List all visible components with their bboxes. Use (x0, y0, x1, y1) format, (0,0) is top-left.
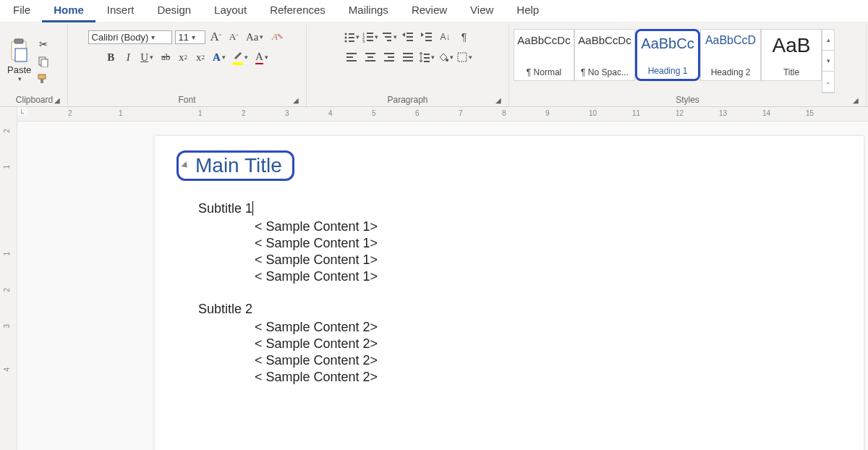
shrink-font-button[interactable]: Aˇ (226, 29, 241, 45)
ruler-number: 4 (328, 109, 333, 117)
text-effects-button[interactable]: A▾ (210, 49, 228, 65)
style--normal[interactable]: AaBbCcDc¶ Normal (514, 29, 574, 81)
dialog-launcher-icon[interactable]: ◢ (53, 96, 61, 105)
align-right-button[interactable] (381, 49, 397, 65)
group-styles: AaBbCcDc¶ NormalAaBbCcDc¶ No Spac...AaBb… (509, 25, 867, 106)
svg-rect-31 (346, 60, 357, 61)
style-preview: AaBbCcDc (578, 34, 631, 46)
sort-button[interactable]: A↓ (438, 29, 454, 45)
grow-font-button[interactable]: Aˆ (208, 29, 224, 45)
font-size-combo[interactable]: 11▾ (175, 30, 205, 44)
multilevel-list-button[interactable]: ▾ (381, 29, 397, 45)
document-title-heading[interactable]: Main Title (179, 153, 292, 179)
align-center-button[interactable] (362, 49, 378, 65)
tab-mailings[interactable]: Mailings (337, 0, 400, 22)
align-left-button[interactable] (344, 49, 359, 65)
cut-button[interactable]: ✂ (35, 37, 51, 51)
bullet-list-button[interactable]: ▾ (344, 29, 359, 45)
svg-rect-38 (403, 53, 413, 54)
clear-formatting-button[interactable]: A (268, 29, 286, 45)
tab-references[interactable]: References (258, 0, 337, 22)
svg-point-10 (344, 37, 346, 39)
italic-button[interactable]: I (121, 49, 135, 65)
svg-rect-1 (14, 39, 23, 43)
style-name-label: ¶ Normal (527, 67, 561, 77)
ruler-number: 5 (372, 109, 376, 117)
dialog-launcher-icon[interactable]: ◢ (494, 96, 503, 105)
svg-rect-4 (41, 59, 48, 67)
font-color-button[interactable]: A▾ (253, 49, 271, 65)
ruler-number: 1 (119, 109, 123, 117)
increase-indent-button[interactable] (419, 29, 435, 45)
underline-button[interactable]: U▾ (138, 49, 156, 65)
style-heading-1[interactable]: AaBbCcHeading 1 (635, 29, 700, 81)
font-family-combo[interactable]: Calibri (Body)▾ (88, 30, 172, 44)
dialog-launcher-icon[interactable]: ◢ (851, 96, 860, 105)
tab-view[interactable]: View (459, 0, 505, 22)
style-preview: AaB (773, 34, 811, 57)
group-clipboard-label: Clipboard (16, 95, 53, 105)
tab-insert[interactable]: Insert (95, 0, 146, 22)
paste-button[interactable]: Paste ▾ (6, 34, 33, 85)
svg-rect-43 (424, 61, 430, 62)
format-painter-button[interactable] (35, 72, 51, 86)
numbered-list-button[interactable]: 123▾ (362, 29, 378, 45)
styles-gallery-scroll[interactable]: ▴▾⌄ (822, 29, 835, 93)
content-line[interactable]: < Sample Content 2> (198, 320, 835, 335)
subtitle-1[interactable]: Subtitle 1 (198, 201, 835, 216)
dialog-launcher-icon[interactable]: ◢ (292, 96, 300, 105)
tab-design[interactable]: Design (145, 0, 203, 22)
chevron-up-icon[interactable]: ▴ (822, 30, 834, 51)
paint-bucket-icon (438, 51, 448, 63)
chevron-down-icon[interactable]: ▾ (822, 51, 834, 72)
strikethrough-button[interactable]: ab (158, 49, 173, 65)
ruler-number: 8 (502, 109, 506, 117)
group-font-label: Font (178, 95, 195, 105)
show-marks-button[interactable]: ¶ (456, 29, 472, 45)
chevron-down-icon: ▾ (192, 33, 195, 41)
ruler-number: 9 (545, 109, 550, 117)
line-spacing-button[interactable]: ▾ (419, 49, 435, 65)
content-line[interactable]: < Sample Content 1> (198, 236, 835, 251)
gallery-expand-icon[interactable]: ⌄ (822, 72, 834, 93)
chevron-down-icon[interactable]: ▾ (18, 75, 22, 82)
tab-review[interactable]: Review (400, 0, 459, 22)
svg-rect-40 (403, 60, 413, 61)
change-case-button[interactable]: Aa▾ (244, 29, 266, 45)
svg-rect-20 (383, 33, 391, 34)
content-line[interactable]: < Sample Content 2> (198, 353, 835, 368)
justify-button[interactable] (400, 49, 416, 65)
content-line[interactable]: < Sample Content 2> (198, 336, 835, 352)
document-page[interactable]: Main Title Subtitle 1 < Sample Content 1… (155, 136, 864, 450)
line-spacing-icon (419, 51, 430, 63)
svg-rect-37 (384, 60, 394, 61)
collapse-triangle-icon[interactable] (181, 161, 190, 170)
content-line[interactable]: < Sample Content 1> (198, 219, 835, 234)
copy-button[interactable] (35, 54, 51, 69)
borders-button[interactable]: ▾ (456, 49, 472, 65)
superscript-button[interactable]: x2 (193, 49, 208, 65)
content-line[interactable]: < Sample Content 2> (198, 370, 835, 385)
svg-rect-15 (367, 33, 373, 34)
style-title[interactable]: AaBTitle (761, 29, 822, 81)
highlight-button[interactable]: ▾ (231, 49, 250, 65)
style-heading-2[interactable]: AaBbCcDHeading 2 (700, 29, 761, 81)
bold-button[interactable]: B (103, 49, 118, 65)
style--no-spac-[interactable]: AaBbCcDc¶ No Spac... (574, 29, 635, 81)
content-line[interactable]: < Sample Content 1> (198, 269, 835, 284)
decrease-indent-button[interactable] (400, 29, 416, 45)
subscript-button[interactable]: x2 (176, 49, 190, 65)
subtitle-2[interactable]: Subtitle 2 (198, 302, 835, 317)
svg-rect-34 (365, 60, 375, 61)
content-line[interactable]: < Sample Content 1> (198, 252, 835, 268)
svg-rect-26 (425, 33, 432, 34)
tab-home[interactable]: Home (42, 0, 95, 22)
tab-help[interactable]: Help (505, 0, 550, 22)
tab-file[interactable]: File (1, 0, 42, 22)
paste-icon (8, 37, 31, 64)
ribbon-tabs: File Home Insert Design Layout Reference… (0, 0, 868, 22)
group-paragraph-label: Paragraph (387, 95, 427, 105)
tab-layout[interactable]: Layout (203, 0, 258, 22)
ruler-number: 1 (3, 165, 11, 169)
shading-button[interactable]: ▾ (438, 49, 454, 65)
